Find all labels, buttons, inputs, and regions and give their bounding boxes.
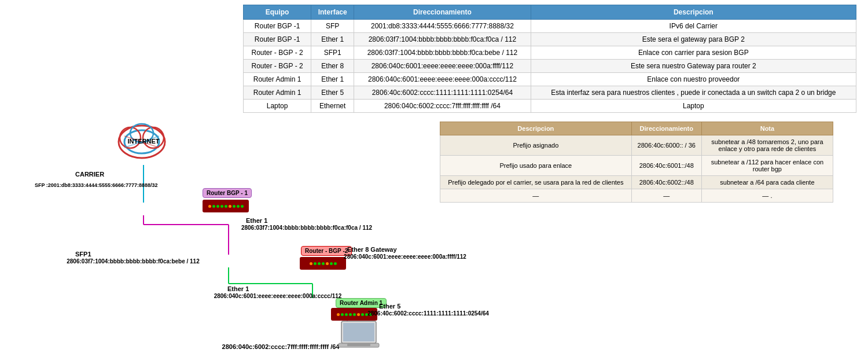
ether1-admin-label: Ether 1 xyxy=(227,285,249,292)
table-cell-equipo: Router BGP -1 xyxy=(244,20,311,33)
table-row: Router BGP -1Ether 12806:03f7:1004:bbbb:… xyxy=(244,33,856,46)
sec-table-cell-direccionamiento: 2806:40c:6001::/48 xyxy=(631,156,701,176)
sec-table-cell-descripcion: Prefijo asignado xyxy=(440,135,632,156)
table-cell-descripcion: IPv6 del Carrier xyxy=(531,20,856,33)
table-row: Prefijo asignado2806:40c:6000:: / 36subn… xyxy=(440,135,833,156)
ether1-admin-ip: 2806:040c:6001:eeee:eeee:eeee:000a:cccc/… xyxy=(197,293,359,299)
table-cell-equipo: Router - BGP - 2 xyxy=(244,46,311,60)
internet-label: INTERNET xyxy=(123,138,164,145)
table-row: Router BGP -1SFP2001:db8:3333:4444:5555:… xyxy=(244,20,856,33)
table-cell-descripcion: Este sera el gateway para BGP 2 xyxy=(531,33,856,46)
ether1-bgp-label: Ether 1 xyxy=(246,217,267,224)
col-header-direccionamiento: Direccionamiento xyxy=(354,5,531,20)
laptop-image xyxy=(336,318,382,353)
sec-table-cell-descripcion: Prefijo usado para enlace xyxy=(440,156,632,176)
router-bgp1-device xyxy=(203,200,249,212)
ether8-ip: 2806:040c:6001:eeee:eeee:eeee:000a:ffff/… xyxy=(333,254,477,260)
table-cell-direccionamiento: 2806:040c:6001:eeee:eeee:eeee:000a:ffff/… xyxy=(354,60,531,73)
ether5-ip: 2806:40c:6002:cccc:1111:1111:1111:0254/6… xyxy=(353,310,503,317)
table-row: Router - BGP - 2Ether 82806:040c:6001:ee… xyxy=(244,60,856,73)
table-cell-equipo: Router BGP -1 xyxy=(244,33,311,46)
sec-table-cell-nota: subnetear a /112 para hacer enlace con r… xyxy=(701,156,833,176)
table-cell-descripcion: Esta interfaz sera para nuestros cliente… xyxy=(531,86,856,100)
table-cell-descripcion: Laptop xyxy=(531,100,856,113)
sfp1-ip: 2806:03f7:1004:bbbb:bbbb:bbbb:f0ca:bebe … xyxy=(52,258,214,265)
sec-col-header-dir: Direccionamiento xyxy=(631,122,701,135)
table-row: ——— . xyxy=(440,189,833,203)
carrier-sfp-label: SFP :2001:db8:3333:4444:5555:6666:7777:8… xyxy=(35,182,203,188)
sec-col-header-nota: Nota xyxy=(701,122,833,135)
col-header-equipo: Equipo xyxy=(244,5,311,20)
col-header-interface: Interface xyxy=(311,5,354,20)
ether8-label: Ether 8 Gateway xyxy=(347,246,397,253)
table-cell-equipo: Router - BGP - 2 xyxy=(244,60,311,73)
sec-table-cell-direccionamiento: 2806:40c:6002::/48 xyxy=(631,176,701,189)
table-cell-direccionamiento: 2001:db8:3333:4444:5555:6666:7777:8888/3… xyxy=(354,20,531,33)
sfp1-label: SFP1 xyxy=(75,251,91,258)
sec-table-cell-nota: subnetear a /64 para cada cliente xyxy=(701,176,833,189)
sec-table-cell-nota: — . xyxy=(701,189,833,203)
sec-table-cell-descripcion: Prefijo delegado por el carrier, se usar… xyxy=(440,176,632,189)
table-cell-interface: SFP xyxy=(311,20,354,33)
table-cell-interface: Ether 1 xyxy=(311,33,354,46)
sec-col-header-desc: Descripcion xyxy=(440,122,632,135)
sec-table-cell-descripcion: — xyxy=(440,189,632,203)
diagram-section: INTERNET CARRIER SFP :2001:db8:3333:4444… xyxy=(0,75,446,359)
ether5-label: Ether 5 xyxy=(379,303,400,310)
table-row: Router - BGP - 2SFP12806:03f7:1004:bbbb:… xyxy=(244,46,856,60)
svg-rect-21 xyxy=(347,344,370,346)
carrier-label: CARRIER xyxy=(75,171,104,178)
sec-table-cell-nota: subnetear a /48 tomaremos 2, uno para en… xyxy=(701,135,833,156)
table-cell-direccionamiento: 2806:03f7:1004:bbbb:bbbb:bbbb:f0ca:bebe … xyxy=(354,46,531,60)
secondary-table-section: Descripcion Direccionamiento Nota Prefij… xyxy=(440,122,833,203)
router-bgp1-label: Router BGP - 1 xyxy=(203,188,252,198)
table-cell-interface: Ether 8 xyxy=(311,60,354,73)
table-row: Prefijo usado para enlace2806:40c:6001::… xyxy=(440,156,833,176)
table-row: Prefijo delegado por el carrier, se usar… xyxy=(440,176,833,189)
table-cell-interface: SFP1 xyxy=(311,46,354,60)
secondary-table: Descripcion Direccionamiento Nota Prefij… xyxy=(440,122,833,203)
table-cell-direccionamiento: 2806:03f7:1004:bbbb:bbbb:bbbb:f0ca:f0ca … xyxy=(354,33,531,46)
table-cell-descripcion: Enlace con carrier para sesion BGP xyxy=(531,46,856,60)
sec-table-cell-direccionamiento: — xyxy=(631,189,701,203)
ether1-bgp-ip: 2806:03f7:1004:bbbb:bbbb:bbbb:f0ca:f0ca … xyxy=(226,225,388,231)
sec-table-cell-direccionamiento: 2806:40c:6000:: / 36 xyxy=(631,135,701,156)
svg-rect-19 xyxy=(343,323,374,341)
col-header-descripcion: Descripcion xyxy=(531,5,856,20)
table-cell-descripcion: Enlace con nuestro proveedor xyxy=(531,73,856,86)
table-cell-descripcion: Este sera nuestro Gateway para router 2 xyxy=(531,60,856,73)
